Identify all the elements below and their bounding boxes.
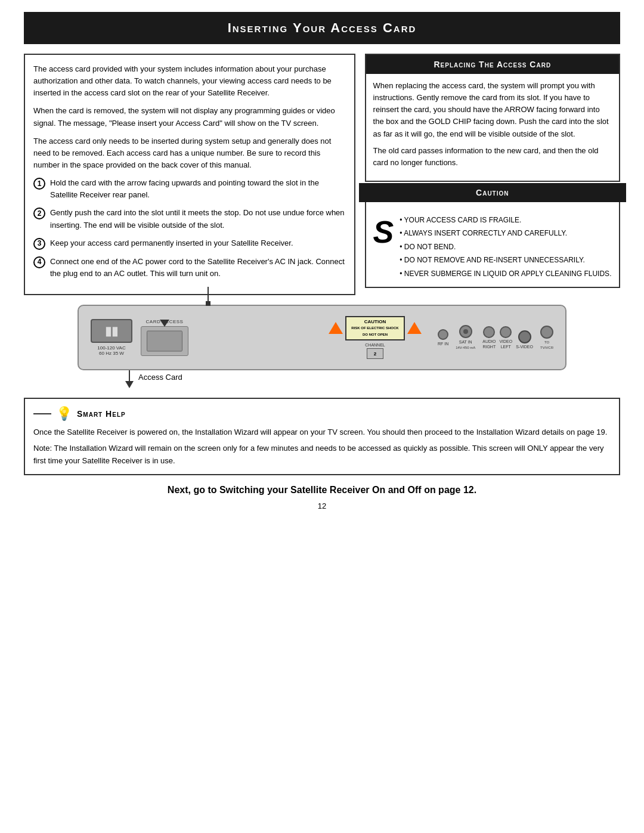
svideo-label: S-VIDEO xyxy=(516,345,533,349)
rf-in-circle xyxy=(438,329,448,340)
lightbulb-icon: 💡 xyxy=(56,406,72,422)
audio-label: AUDIO xyxy=(482,339,496,343)
svideo-port: S-VIDEO xyxy=(516,330,533,349)
card-inserted xyxy=(147,330,182,351)
caution-box: Caution S • YOUR ACCESS CARD IS FRAGILE.… xyxy=(365,189,620,288)
video-port: VIDEO LEFT xyxy=(499,326,512,349)
device-right-ports: RF IN SAT IN 14V-450 mA AUDIO RIGHT xyxy=(430,325,553,349)
caution-item: • NEVER SUBMERGE IN LIQUID OR APPLY CLEA… xyxy=(400,268,611,280)
caution-title: Caution xyxy=(359,183,626,202)
left-para1: The access card provided with your syste… xyxy=(33,63,346,99)
av-ports: AUDIO RIGHT VIDEO LEFT S-VIDEO xyxy=(482,326,533,349)
left-para2: When the card is removed, the system wil… xyxy=(33,105,346,129)
caution-item: • DO NOT BEND. xyxy=(400,241,611,253)
top-section: The access card provided with your syste… xyxy=(24,54,620,295)
smart-help-only: ONLY xyxy=(527,444,547,453)
diagram-dot xyxy=(206,301,210,306)
rf-in-label: RF IN xyxy=(438,342,448,346)
card-slot xyxy=(141,326,188,356)
sat-in-voltage: 14V-450 mA xyxy=(456,346,475,349)
step-4-text: Connect one end of the AC power cord to … xyxy=(50,256,346,280)
caution-item: • ALWAYS INSERT CORRECTLY AND CAREFULLY. xyxy=(400,227,611,239)
sat-in-label: SAT IN xyxy=(459,340,472,344)
left-para3: The access card only needs to be inserte… xyxy=(33,135,346,171)
smart-help-note: Note: The Installation Wizard will remai… xyxy=(33,442,611,467)
sat-in-inner xyxy=(463,329,468,334)
caution-item: • YOUR ACCESS CARD IS FRAGILE. xyxy=(400,214,611,226)
channel-box: 2 xyxy=(367,348,383,359)
step-1: 1 Hold the card with the arrow facing up… xyxy=(33,177,346,201)
device-caution-label: CAUTIONRISK OF ELECTRIC SHOCKDO NOT OPEN… xyxy=(329,316,421,359)
diagram-section: ▮▮ 100-120 VAC60 Hz 35 W CARD ACCESS xyxy=(24,305,620,388)
smart-help-box: 💡 Smart Help Once the Satellite Receiver… xyxy=(24,398,620,475)
audio-left: LEFT xyxy=(501,345,511,349)
replacing-para2: The old card passes information to the n… xyxy=(373,145,612,169)
replacing-box: Replacing The Access Card When replacing… xyxy=(365,54,620,182)
step-3: 3 Keep your access card permanently inse… xyxy=(33,237,346,250)
sat-in-port: SAT IN 14V-450 mA xyxy=(456,325,475,349)
diagram-line xyxy=(208,287,209,302)
tv-vcr-port: TO TV/VCR xyxy=(540,326,553,349)
replacing-title: Replacing The Access Card xyxy=(366,55,619,74)
device-power-text: 100-120 VAC60 Hz 35 W xyxy=(97,345,125,356)
step-2-text: Gently push the card into the slot until… xyxy=(50,207,346,231)
replacing-para1: When replacing the access card, the syst… xyxy=(373,80,612,140)
device-diagram: ▮▮ 100-120 VAC60 Hz 35 W CARD ACCESS xyxy=(78,305,566,370)
device-logo-symbol: ▮▮ xyxy=(105,324,118,338)
caution-triangle-icon xyxy=(329,322,343,334)
diagram-arrow-area: Access Card xyxy=(78,370,566,388)
step-2-num: 2 xyxy=(33,208,45,219)
arrow-stem xyxy=(129,370,130,381)
left-column: The access card provided with your syste… xyxy=(24,54,355,295)
caution-inner: S • YOUR ACCESS CARD IS FRAGILE.• ALWAYS… xyxy=(366,208,619,287)
access-card-caption: Access Card xyxy=(138,373,182,382)
step-4-num: 4 xyxy=(33,256,45,268)
card-access-area: CARD ACCESS xyxy=(141,319,188,356)
card-arrow-icon xyxy=(160,320,169,327)
smart-help-para: Once the Satellite Receiver is powered o… xyxy=(33,426,611,439)
page-number: 12 xyxy=(24,501,620,510)
device-caution-sign: CAUTIONRISK OF ELECTRIC SHOCKDO NOT OPEN xyxy=(345,316,404,340)
main-title: Inserting Your Access Card xyxy=(24,12,620,44)
tv-vcr-circle xyxy=(540,326,553,339)
smart-help-line-left xyxy=(33,413,51,414)
right-column: Replacing The Access Card When replacing… xyxy=(365,54,620,295)
to-label: TO xyxy=(544,340,549,344)
device-logo: ▮▮ xyxy=(91,319,132,343)
caution-item: • DO NOT REMOVE AND RE-INSERT UNNECESSAR… xyxy=(400,254,611,266)
smart-help-bold-text: Note: The Installation Wizard will remai… xyxy=(33,444,527,453)
bottom-note: Next, go to Switching your Satellite Rec… xyxy=(24,485,620,496)
step-2: 2 Gently push the card into the slot unt… xyxy=(33,207,346,231)
smart-help-title-row: 💡 Smart Help xyxy=(33,406,611,422)
device-left-area: ▮▮ 100-120 VAC60 Hz 35 W xyxy=(91,319,132,356)
step-1-num: 1 xyxy=(33,178,45,190)
step-1-text: Hold the card with the arrow facing upwa… xyxy=(50,177,346,201)
smart-help-title: Smart Help xyxy=(77,409,126,419)
channel-label: CHANNEL xyxy=(365,343,385,347)
caution-items-list: • YOUR ACCESS CARD IS FRAGILE.• ALWAYS I… xyxy=(400,214,611,281)
arrow-head-icon xyxy=(125,381,134,388)
step-3-num: 3 xyxy=(33,238,45,250)
audio-circle xyxy=(483,326,495,338)
step-4: 4 Connect one end of the AC power cord t… xyxy=(33,256,346,280)
sat-in-circle xyxy=(459,325,472,338)
tv-vcr-label: TV/VCR xyxy=(540,346,553,349)
caution-s-letter: S xyxy=(373,216,394,281)
caution-triangle2-icon xyxy=(407,322,422,334)
video-label: VIDEO xyxy=(499,339,512,343)
audio-sub: RIGHT xyxy=(482,345,496,349)
audio-port: AUDIO RIGHT xyxy=(482,326,496,349)
step-3-text: Keep your access card permanently insert… xyxy=(50,237,293,249)
rf-in-port: RF IN xyxy=(438,329,448,346)
video-circle xyxy=(500,326,512,338)
svideo-circle xyxy=(518,330,531,343)
